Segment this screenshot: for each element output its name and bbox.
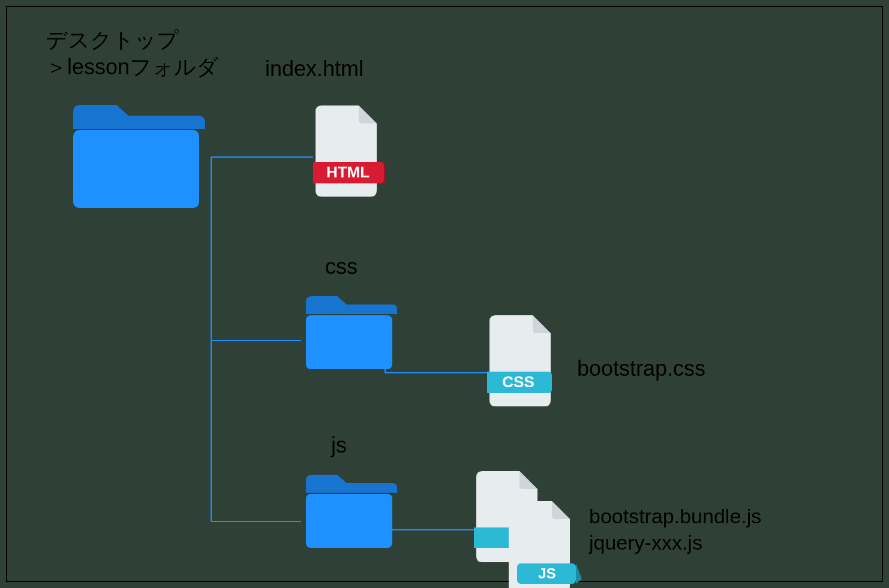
bootstrap-bundle-js-label: bootstrap.bundle.js [589,503,761,529]
css-badge-text: CSS [502,373,534,391]
diagram-canvas: デスクトップ ＞lessonフォルダ index.html HTML css C… [6,6,883,582]
svg-rect-10 [306,315,392,369]
file-icon-css: CSS [487,313,559,409]
folder-icon-root [67,94,205,214]
root-path-label: デスクトップ ＞lessonフォルダ [46,26,218,80]
jquery-js-label: jquery-xxx.js [589,530,702,556]
folder-icon-css [301,289,397,373]
svg-rect-8 [73,130,199,208]
html-badge-text: HTML [326,163,370,181]
file-icon-html: HTML [313,103,385,199]
folder-icon-js [301,468,397,551]
svg-rect-12 [306,494,392,548]
css-folder-label: css [325,253,358,280]
file-icon-js-stack: JS [474,469,582,588]
bootstrap-css-label: bootstrap.css [577,355,705,382]
root-line2: ＞lessonフォルダ [46,55,218,79]
index-html-label: index.html [265,55,364,82]
js-badge-text: JS [538,565,555,581]
root-line1: デスクトップ [46,28,179,52]
js-folder-label: js [331,432,347,459]
